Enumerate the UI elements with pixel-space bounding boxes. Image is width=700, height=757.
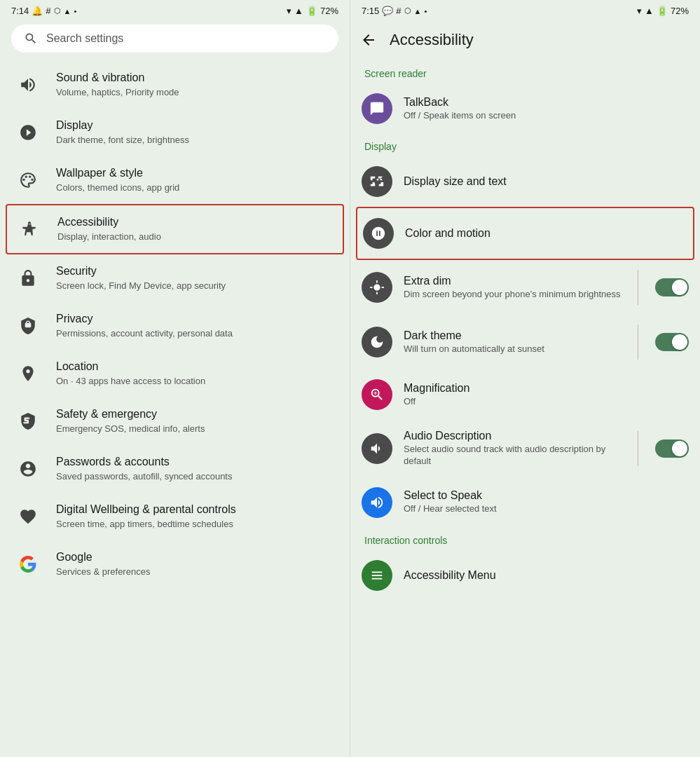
dark-theme-icon xyxy=(362,327,392,357)
extra-dim-title: Extra dim xyxy=(404,275,621,287)
messenger-icon: 🔔 xyxy=(32,6,43,16)
section-label-screen-reader: Screen reader xyxy=(350,61,700,83)
audio-description-toggle[interactable] xyxy=(655,439,689,458)
section-label-interaction: Interaction controls xyxy=(350,528,700,550)
settings-item-security[interactable]: Security Screen lock, Find My Device, ap… xyxy=(0,254,350,302)
settings-item-google[interactable]: Google Services & preferences xyxy=(0,540,350,588)
display-title: Display xyxy=(56,118,336,133)
acc-item-magnification[interactable]: Magnification Off xyxy=(350,369,700,420)
wellbeing-text: Digital Wellbeing & parental controls Sc… xyxy=(56,503,336,531)
acc-item-accessibility-menu[interactable]: Accessibility Menu xyxy=(350,550,700,601)
audio-description-toggle-knob xyxy=(672,441,687,456)
svg-point-2 xyxy=(29,176,31,178)
dark-theme-divider xyxy=(638,325,638,360)
dark-theme-subtitle: Will turn on automatically at sunset xyxy=(404,343,621,355)
search-bar[interactable]: Search settings xyxy=(11,25,338,53)
safety-subtitle: Emergency SOS, medical info, alerts xyxy=(56,423,336,435)
left-time: 7:14 xyxy=(11,6,29,16)
right-status-left: 7:15 💬 # ⬡ ▲ • xyxy=(362,6,427,16)
display-size-text: Display size and text xyxy=(404,175,689,188)
right-status-bar: 7:15 💬 # ⬡ ▲ • ▾ ▲ 🔋 72% xyxy=(350,0,700,19)
settings-item-display[interactable]: Display Dark theme, font size, brightnes… xyxy=(0,109,350,156)
display-icon xyxy=(14,118,42,146)
select-to-speak-text: Select to Speak Off / Hear selected text xyxy=(404,489,689,515)
wellbeing-title: Digital Wellbeing & parental controls xyxy=(56,503,336,517)
google-text: Google Services & preferences xyxy=(56,550,336,578)
acc-item-extra-dim[interactable]: Extra dim Dim screen beyond your phone's… xyxy=(350,260,700,315)
sound-title: Sound & vibration xyxy=(56,71,336,86)
accessibility-menu-icon xyxy=(362,560,392,591)
security-subtitle: Screen lock, Find My Device, app securit… xyxy=(56,280,336,292)
talkback-text: TalkBack Off / Speak items on screen xyxy=(404,96,689,122)
settings-item-wallpaper[interactable]: Wallpaper & style Colors, themed icons, … xyxy=(0,156,350,204)
svg-point-0 xyxy=(22,179,25,181)
audio-description-title: Audio Description xyxy=(404,430,621,442)
color-motion-text: Color and motion xyxy=(405,227,687,240)
google-title: Google xyxy=(56,550,336,565)
extra-dim-toggle-knob xyxy=(672,280,687,295)
passwords-title: Passwords & accounts xyxy=(56,455,336,470)
magnification-title: Magnification xyxy=(404,382,689,395)
dark-theme-toggle-knob xyxy=(672,334,687,350)
accessibility-subtitle: Display, interaction, audio xyxy=(57,231,334,243)
left-status-right: ▾ ▲ 🔋 72% xyxy=(287,6,338,16)
extra-dim-text: Extra dim Dim screen beyond your phone's… xyxy=(404,275,621,301)
left-battery-pct: 72% xyxy=(320,6,338,16)
display-size-title: Display size and text xyxy=(404,175,689,188)
settings-item-passwords[interactable]: Passwords & accounts Saved passwords, au… xyxy=(0,445,350,493)
right-cast-icon: ⬡ xyxy=(404,6,411,15)
settings-item-wellbeing[interactable]: Digital Wellbeing & parental controls Sc… xyxy=(0,493,350,540)
settings-item-privacy[interactable]: Privacy Permissions, account activity, p… xyxy=(0,302,350,350)
svg-point-3 xyxy=(31,179,33,181)
accessibility-menu-text: Accessibility Menu xyxy=(404,569,689,582)
acc-item-talkback[interactable]: TalkBack Off / Speak items on screen xyxy=(350,83,700,134)
acc-item-dark-theme[interactable]: Dark theme Will turn on automatically at… xyxy=(350,315,700,369)
sound-subtitle: Volume, haptics, Priority mode xyxy=(56,87,336,99)
back-button[interactable] xyxy=(356,27,381,53)
left-status-bar: 7:14 🔔 # ⬡ ▲ • ▾ ▲ 🔋 72% xyxy=(0,0,350,19)
settings-item-safety[interactable]: Safety & emergency Emergency SOS, medica… xyxy=(0,397,350,445)
display-size-icon xyxy=(362,166,392,197)
right-panel: 7:15 💬 # ⬡ ▲ • ▾ ▲ 🔋 72% Accessibility S… xyxy=(350,0,700,757)
right-messenger-icon: 💬 xyxy=(382,6,393,16)
color-motion-title: Color and motion xyxy=(405,227,687,240)
sound-text: Sound & vibration Volume, haptics, Prior… xyxy=(56,71,336,99)
search-placeholder: Search settings xyxy=(46,32,123,45)
section-label-display: Display xyxy=(350,134,700,156)
color-motion-icon xyxy=(363,218,394,249)
dot-icon: • xyxy=(74,7,76,15)
settings-list: Sound & vibration Volume, haptics, Prior… xyxy=(0,58,350,757)
right-time: 7:15 xyxy=(362,6,379,16)
location-subtitle: On · 43 apps have access to location xyxy=(56,376,336,388)
safety-icon xyxy=(14,407,42,435)
google-subtitle: Services & preferences xyxy=(56,566,336,578)
right-battery-pct: 72% xyxy=(671,6,689,16)
accessibility-icon xyxy=(15,215,43,243)
wallpaper-text: Wallpaper & style Colors, themed icons, … xyxy=(56,166,336,194)
acc-item-audio-description[interactable]: Audio Description Select audio sound tra… xyxy=(350,420,700,477)
dark-theme-text: Dark theme Will turn on automatically at… xyxy=(404,329,621,355)
acc-item-display-size[interactable]: Display size and text xyxy=(350,156,700,207)
acc-item-color-motion[interactable]: Color and motion xyxy=(356,207,694,260)
battery-icon: 🔋 xyxy=(306,6,317,16)
right-dot-icon: • xyxy=(424,7,427,15)
location-text: Location On · 43 apps have access to loc… xyxy=(56,360,336,388)
right-battery-icon: 🔋 xyxy=(657,6,668,16)
dark-theme-toggle[interactable] xyxy=(655,333,689,351)
display-subtitle: Dark theme, font size, brightness xyxy=(56,135,336,146)
settings-item-sound[interactable]: Sound & vibration Volume, haptics, Prior… xyxy=(0,61,350,109)
sound-icon xyxy=(14,71,42,99)
acc-item-select-to-speak[interactable]: Select to Speak Off / Hear selected text xyxy=(350,477,700,528)
left-panel: 7:14 🔔 # ⬡ ▲ • ▾ ▲ 🔋 72% Search settings xyxy=(0,0,350,757)
accessibility-text: Accessibility Display, interaction, audi… xyxy=(57,215,334,243)
extra-dim-toggle[interactable] xyxy=(655,278,689,296)
display-text: Display Dark theme, font size, brightnes… xyxy=(56,118,336,146)
security-text: Security Screen lock, Find My Device, ap… xyxy=(56,264,336,292)
settings-item-location[interactable]: Location On · 43 apps have access to loc… xyxy=(0,350,350,397)
wifi-icon: ▾ xyxy=(287,6,291,16)
location-title: Location xyxy=(56,360,336,374)
dark-theme-title: Dark theme xyxy=(404,329,621,342)
settings-item-accessibility[interactable]: Accessibility Display, interaction, audi… xyxy=(6,204,344,254)
privacy-icon xyxy=(14,312,42,340)
wallpaper-subtitle: Colors, themed icons, app grid xyxy=(56,182,336,194)
